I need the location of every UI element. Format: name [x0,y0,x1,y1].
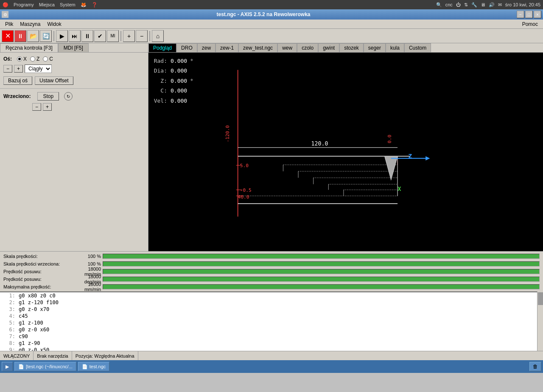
dro-z-label: Z: [152,76,167,86]
status-position: Pozycja: Względna Aktualna [72,351,138,360]
tab-czolo[interactable]: czolo [297,43,318,52]
gcode-line: 8:g1 z-90 [0,340,543,347]
svg-text:-120.0: -120.0 [225,125,230,143]
menu-programy[interactable]: Programy [14,2,34,8]
speed-row-5: Maksymalna prędkość: 18000 mm/min [3,283,540,291]
close-button[interactable]: × [534,11,541,18]
gcode-panel-container: 1:g0 x80 z0 c02:g1 z-120 f1003:g0 z-0 x7… [0,291,543,351]
posuw-bar2-fill [103,277,539,281]
gcode-content: g1 z-100 [19,320,43,326]
gcode-panel[interactable]: 1:g0 x80 z0 c02:g1 z-120 f1003:g0 z-0 x7… [0,291,543,351]
axis-row: Oś: X Z C [3,56,145,62]
taskbar-item-0[interactable]: 📄 [test.ngc (~/linuxcnc/... [14,362,76,371]
svg-text:X: X [397,185,401,192]
dro-overlay: Rad: 0.000 ✛ Dia: 0.000 Z: 0.000 ✛ C: 0.… [152,56,193,106]
speed-panel: Skala prędkości: 100 % Skala prędkości w… [0,251,543,291]
dro-rad-icon[interactable]: ✛ [190,56,193,66]
minimize-button[interactable]: − [517,11,524,18]
menu-bar: Plik Maszyna Widok Pomoc [0,20,543,29]
tab-manual-control[interactable]: Ręczna kontrola [F3] [0,43,58,52]
skala-bar[interactable] [103,254,540,259]
max-bar[interactable] [103,284,540,289]
tab-podglad[interactable]: Podgląd [148,43,176,52]
toolbar-pause-btn[interactable]: ⏸ [14,30,26,42]
ustaw-offset-button[interactable]: Ustaw Offset [35,76,73,85]
gcode-linenum: 8: [3,340,15,346]
taskbar-item-1[interactable]: 📄 test.ngc [78,362,110,371]
dro-z-icon[interactable]: ✛ [190,76,193,86]
menu-system[interactable]: System [60,2,76,8]
taskbar: ▶ 📄 [test.ngc (~/linuxcnc/... 📄 test.ngc… [0,360,543,373]
svg-text:5.0: 5.0 [240,163,249,168]
gcode-line: 4:c45 [0,313,543,319]
menu-miejsca[interactable]: Miejsca [39,2,55,8]
taskbar-start[interactable]: ▶ [2,362,13,371]
menu-widok[interactable]: Widok [44,20,64,28]
dro-z-row: Z: 0.000 ✛ [152,76,193,86]
gcode-scrollbar-thumb[interactable] [538,292,543,305]
posuw-label2: Prędkość posuwu: [3,277,80,282]
gcode-linenum: 6: [3,327,15,333]
toolbar-step-btn[interactable]: ⏭ [69,30,81,42]
posuw-bar2[interactable] [103,277,540,282]
spindle-row: Wrzeciono: Stop ↻ [3,92,145,101]
toolbar-minus-btn[interactable]: − [136,30,148,42]
skala-label: Skala prędkości: [3,254,80,259]
tab-zew-test[interactable]: zew_test.ngc [238,43,277,52]
menu-maszyna[interactable]: Maszyna [17,20,44,28]
tab-seger[interactable]: seger [364,43,386,52]
tab-mdi[interactable]: MDI [F5] [58,43,89,52]
tab-dro[interactable]: DRO [176,43,197,52]
tab-kula[interactable]: kula [386,43,404,52]
toolbar-block-btn[interactable]: ⏸ [81,30,93,42]
dro-vel-value: 0.000 [171,96,187,106]
stop-button[interactable]: Stop [37,92,59,101]
spindle-minus-btn[interactable]: − [32,103,41,111]
toolbar-reload-btn[interactable]: 🔄 [40,30,52,42]
taskbar-item-1-icon: 📄 [82,364,88,370]
gcode-line: 2:g1 z-120 f100 [0,299,543,306]
gcode-content: g1 z-90 [19,340,40,346]
toolbar-home-btn[interactable]: ⌂ [152,30,164,42]
svg-text:0.0: 0.0 [387,134,392,143]
skala-wrzeciono-bar-fill [103,262,539,266]
axis-plus-btn[interactable]: + [14,65,23,73]
toolbar-check-btn[interactable]: ✔ [94,30,106,42]
toolbar-stop-btn[interactable]: ✕ [2,30,14,42]
gcode-content: g0 z-0 x50 [19,347,49,351]
tab-zew1[interactable]: zew-1 [216,43,238,52]
posuw-bar1[interactable] [103,269,540,274]
toolbar-run-btn[interactable]: ▶ [56,30,68,42]
spindle-rotate-icon[interactable]: ↻ [64,92,73,101]
dro-c-label: C: [152,86,167,95]
tab-wew[interactable]: wew [277,43,297,52]
axis-minus-btn[interactable]: − [3,65,12,73]
radio-c-circle [43,56,48,62]
skala-wrzeciono-bar[interactable] [103,261,540,266]
gcode-linenum: 1: [3,293,15,299]
radio-x[interactable]: X [17,56,27,62]
gcode-line: 3:g0 z-0 x70 [0,306,543,313]
toolbar-mi-btn[interactable]: MI [107,30,119,42]
tab-custom[interactable]: Custom [404,43,431,52]
dro-dia-row: Dia: 0.000 [152,66,193,76]
toolbar-plus-btn[interactable]: + [123,30,135,42]
gcode-scrollbar[interactable] [537,291,543,351]
maximize-button[interactable]: □ [525,11,533,18]
svg-marker-24 [425,156,430,160]
radio-c[interactable]: C [43,56,53,62]
tab-stozek[interactable]: stozek [339,43,364,52]
spindle-plus-btn[interactable]: + [43,103,52,111]
canvas-area: Rad: 0.000 ✛ Dia: 0.000 Z: 0.000 ✛ C: 0.… [148,53,543,251]
tab-zew[interactable]: zew [197,43,216,52]
menu-pomoc[interactable]: Pomoc [519,20,541,28]
taskbar-trash[interactable]: 🗑 [529,362,541,371]
radio-z[interactable]: Z [30,56,39,62]
bazuj-os-button[interactable]: Bazuj oś [3,76,32,85]
skala-wrzeciono-label: Skala prędkości wrzeciona: [3,261,80,266]
system-bar-right: 🔍 cnc ⏻ ⇅ 🔧 🖥 🔊 ✉ śro 10 kwi, 20:45 [436,2,540,8]
axis-step-dropdown[interactable]: Ciągły [25,64,52,73]
tab-gwint[interactable]: gwint [318,43,339,52]
menu-plik[interactable]: Plik [2,20,17,28]
toolbar-open-btn[interactable]: 📂 [27,30,39,42]
